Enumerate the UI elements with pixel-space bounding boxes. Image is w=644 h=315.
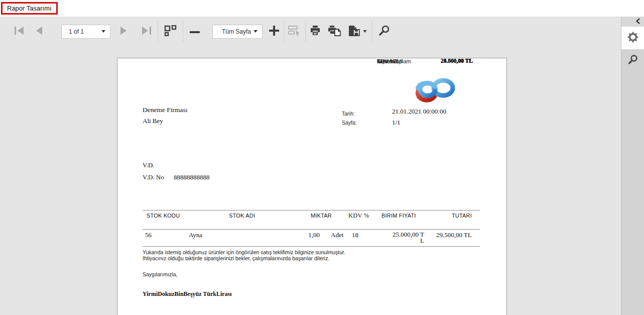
zoom-out-icon	[189, 28, 200, 35]
date-value: 21.01.2021 00:00:00	[392, 108, 446, 116]
page-thumbnails-icon	[164, 25, 177, 38]
gear-icon	[627, 32, 638, 45]
page-count-label: Sayfa:	[342, 120, 357, 126]
table-row-top-rule	[143, 229, 480, 230]
zoom-level-select[interactable]: Tüm Sayfa	[212, 25, 263, 39]
cell-tutari: 29.500,00 TL	[436, 231, 472, 239]
page-count-value: 1/1	[392, 119, 401, 127]
cell-kdv: 18	[352, 231, 358, 239]
total-row-genel-toplam: Genel Toplam 29.500,00 TL	[377, 58, 473, 65]
chevron-down-icon	[363, 30, 367, 33]
column-header-birim-fiyati: BIRIM FIYATI	[381, 213, 416, 219]
settings-tab[interactable]	[621, 27, 644, 49]
vd-no-value: 88888888888	[174, 173, 210, 181]
search-tab[interactable]	[621, 49, 644, 72]
zoom-in-button[interactable]	[269, 25, 280, 38]
zoom-out-button[interactable]	[189, 28, 200, 35]
toolbar-separator	[305, 21, 306, 42]
report-viewer-window: Rapor Tasarımı 1 of 1	[0, 0, 644, 315]
page-number-select[interactable]: 1 of 1	[61, 25, 110, 39]
cell-birim: Adet	[331, 231, 343, 239]
company-name: Deneme Firması	[143, 106, 188, 114]
column-header-kdv: KDV %	[348, 212, 369, 220]
company-logo	[413, 75, 459, 107]
right-sidebar	[621, 17, 644, 315]
selection-tool-button[interactable]	[288, 25, 301, 38]
toolbar: 1 of 1	[0, 17, 621, 46]
toolbar-separator	[158, 21, 158, 42]
next-page-icon	[119, 26, 128, 37]
search-icon	[378, 25, 391, 38]
previous-page-icon	[34, 26, 43, 37]
first-page-icon	[13, 26, 25, 37]
next-page-button[interactable]	[119, 26, 128, 37]
total-value: 29.500,00 TL	[441, 58, 473, 64]
page-number-value: 1 of 1	[69, 28, 84, 35]
collapse-panel-button[interactable]	[621, 17, 644, 27]
viewer-area: 1 of 1	[0, 17, 621, 315]
offer-note-line1: Yukarıda istemiş olduğunuz ürünler için …	[143, 249, 345, 255]
regards-text: Saygılarımızla,	[143, 271, 177, 277]
column-header-stok-adi: STOK ADI	[229, 213, 255, 219]
export-icon	[348, 25, 361, 38]
column-header-tutari: TUTARI	[452, 213, 472, 219]
column-header-stok-kodu: STOK KODU	[147, 213, 180, 219]
print-icon	[310, 25, 321, 38]
print-page-icon	[328, 25, 341, 38]
offer-note-line2: Ihtiyacınız olduğu taktirde siparişlerin…	[143, 255, 329, 261]
search-button[interactable]	[378, 25, 391, 38]
vd-label: V.D.	[143, 161, 155, 169]
toolbar-separator	[372, 21, 372, 42]
date-label: Tarih:	[342, 111, 355, 117]
last-page-button[interactable]	[141, 26, 153, 37]
print-button[interactable]	[310, 25, 321, 38]
toolbar-separator	[183, 21, 183, 42]
cell-stok-kodu: 56	[145, 231, 152, 239]
contact-name: Ali Bey	[143, 117, 163, 125]
cell-miktar: 1,00	[308, 231, 320, 239]
offer-note: Yukarıda istemiş olduğunuz ürünler için …	[143, 250, 378, 261]
cell-birim-fiyati: 25.000,00 T L	[393, 232, 424, 244]
last-page-icon	[141, 26, 153, 37]
zoom-level-value: Tüm Sayfa	[222, 28, 251, 35]
print-page-button[interactable]	[328, 25, 341, 38]
unit-price-line2: L	[420, 237, 424, 244]
previous-page-button[interactable]	[34, 26, 43, 37]
total-label: Genel Toplam	[377, 58, 411, 64]
export-button[interactable]	[348, 25, 367, 38]
toolbar-separator	[284, 21, 284, 42]
chevron-left-icon	[636, 17, 640, 26]
amount-in-words: YirmiDokuzBinBeşyüz TürkLirası	[143, 290, 232, 298]
table-top-rule	[143, 210, 480, 211]
chevron-down-icon	[101, 30, 105, 33]
zoom-in-icon	[269, 25, 280, 38]
column-header-miktar: MIKTAR	[311, 213, 332, 219]
page-thumbnails-button[interactable]	[164, 25, 177, 38]
first-page-button[interactable]	[13, 26, 25, 37]
selection-tool-icon	[288, 25, 301, 38]
vd-no-label: V.D. No	[143, 173, 164, 181]
tab-bar: Rapor Tasarımı	[0, 0, 644, 17]
cell-stok-adi: Ayna	[189, 231, 202, 239]
unit-price-line1: 25.000,00 T	[393, 231, 424, 238]
table-bottom-rule	[143, 246, 480, 247]
tab-rapor-tasarimi[interactable]: Rapor Tasarımı	[1, 2, 58, 15]
search-icon	[627, 54, 638, 67]
tab-label: Rapor Tasarımı	[7, 5, 52, 12]
chevron-down-icon	[253, 30, 257, 33]
report-page: Deneme Firması Ali Bey Tarih: 21.01.2021…	[117, 58, 507, 315]
